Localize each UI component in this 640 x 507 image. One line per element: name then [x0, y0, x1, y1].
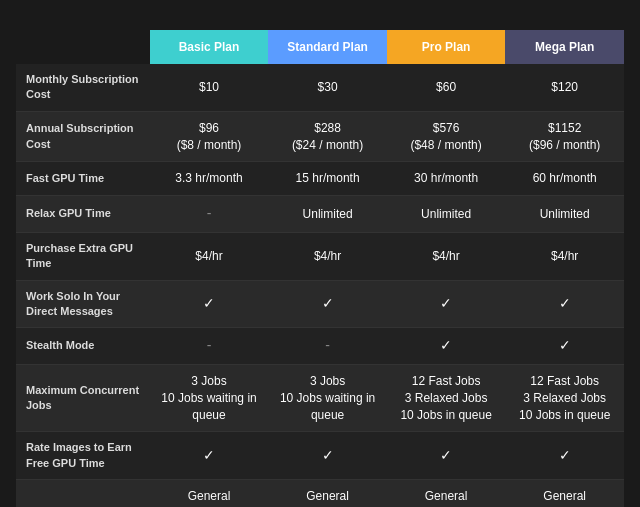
check-icon: ✓: [559, 295, 571, 311]
table-row: Work Solo In Your Direct Messages✓✓✓✓: [16, 280, 624, 328]
table-row: Stealth Mode--✓✓: [16, 328, 624, 365]
table-cell: $4/hr: [150, 232, 269, 280]
feature-label: Annual Subscription Cost: [16, 111, 150, 162]
table-cell: ✓: [505, 328, 624, 365]
feature-label: Stealth Mode: [16, 328, 150, 365]
plan-header-basic: Basic Plan: [150, 30, 269, 64]
table-cell: Unlimited: [268, 196, 387, 233]
table-row: Fast GPU Time3.3 hr/month15 hr/month30 h…: [16, 162, 624, 196]
table-cell: $4/hr: [268, 232, 387, 280]
table-cell: -: [150, 196, 269, 233]
table-cell: 12 Fast Jobs3 Relaxed Jobs10 Jobs in que…: [387, 364, 506, 431]
feature-label: Usage Rights: [16, 480, 150, 507]
check-icon: ✓: [440, 295, 452, 311]
table-cell: $30: [268, 64, 387, 111]
plan-header-pro: Pro Plan: [387, 30, 506, 64]
check-icon: ✓: [440, 337, 452, 353]
table-cell: $1152($96 / month): [505, 111, 624, 162]
table-cell: 15 hr/month: [268, 162, 387, 196]
table-row: Annual Subscription Cost$96($8 / month)$…: [16, 111, 624, 162]
check-icon: ✓: [322, 447, 334, 463]
feature-label: Fast GPU Time: [16, 162, 150, 196]
table-cell: General Commercial Terms*: [505, 480, 624, 507]
table-cell: ✓: [387, 280, 506, 328]
table-cell: ✓: [268, 280, 387, 328]
table-cell: ✓: [150, 280, 269, 328]
table-cell: General Commercial Terms*: [268, 480, 387, 507]
feature-label: Maximum Concurrent Jobs: [16, 364, 150, 431]
plan-header-mega: Mega Plan: [505, 30, 624, 64]
table-cell: ✓: [387, 328, 506, 365]
dash-icon: -: [207, 205, 212, 221]
table-cell: 3 Jobs10 Jobs waiting in queue: [150, 364, 269, 431]
table-cell: 30 hr/month: [387, 162, 506, 196]
table-cell: $96($8 / month): [150, 111, 269, 162]
comparison-table: Basic PlanStandard PlanPro PlanMega Plan…: [16, 30, 624, 507]
table-row: Maximum Concurrent Jobs3 Jobs10 Jobs wai…: [16, 364, 624, 431]
table-cell: ✓: [505, 280, 624, 328]
feature-label: Monthly Subscription Cost: [16, 64, 150, 111]
table-row: Usage RightsGeneral Commercial Terms*Gen…: [16, 480, 624, 507]
table-cell: ✓: [150, 432, 269, 480]
table-row: Rate Images to Earn Free GPU Time✓✓✓✓: [16, 432, 624, 480]
table-cell: General Commercial Terms*: [387, 480, 506, 507]
table-row: Purchase Extra GPU Time$4/hr$4/hr$4/hr$4…: [16, 232, 624, 280]
plan-header-standard: Standard Plan: [268, 30, 387, 64]
dash-icon: -: [325, 337, 330, 353]
table-cell: -: [150, 328, 269, 365]
feature-label: Work Solo In Your Direct Messages: [16, 280, 150, 328]
table-cell: 12 Fast Jobs3 Relaxed Jobs10 Jobs in que…: [505, 364, 624, 431]
feature-label: Purchase Extra GPU Time: [16, 232, 150, 280]
check-icon: ✓: [559, 337, 571, 353]
feature-header: [16, 30, 150, 64]
check-icon: ✓: [440, 447, 452, 463]
table-cell: $4/hr: [387, 232, 506, 280]
table-cell: $4/hr: [505, 232, 624, 280]
check-icon: ✓: [203, 447, 215, 463]
feature-label: Relax GPU Time: [16, 196, 150, 233]
table-cell: $288($24 / month): [268, 111, 387, 162]
table-row: Relax GPU Time-UnlimitedUnlimitedUnlimit…: [16, 196, 624, 233]
table-cell: $60: [387, 64, 506, 111]
table-cell: General Commercial Terms*: [150, 480, 269, 507]
table-cell: ✓: [505, 432, 624, 480]
dash-icon: -: [207, 337, 212, 353]
table-cell: Unlimited: [505, 196, 624, 233]
check-icon: ✓: [322, 295, 334, 311]
table-cell: 3.3 hr/month: [150, 162, 269, 196]
table-cell: 60 hr/month: [505, 162, 624, 196]
check-icon: ✓: [559, 447, 571, 463]
table-cell: Unlimited: [387, 196, 506, 233]
table-cell: $120: [505, 64, 624, 111]
table-row: Monthly Subscription Cost$10$30$60$120: [16, 64, 624, 111]
table-cell: ✓: [387, 432, 506, 480]
table-cell: 3 Jobs10 Jobs waiting in queue: [268, 364, 387, 431]
table-cell: $10: [150, 64, 269, 111]
feature-label: Rate Images to Earn Free GPU Time: [16, 432, 150, 480]
table-cell: -: [268, 328, 387, 365]
table-cell: $576($48 / month): [387, 111, 506, 162]
check-icon: ✓: [203, 295, 215, 311]
table-cell: ✓: [268, 432, 387, 480]
